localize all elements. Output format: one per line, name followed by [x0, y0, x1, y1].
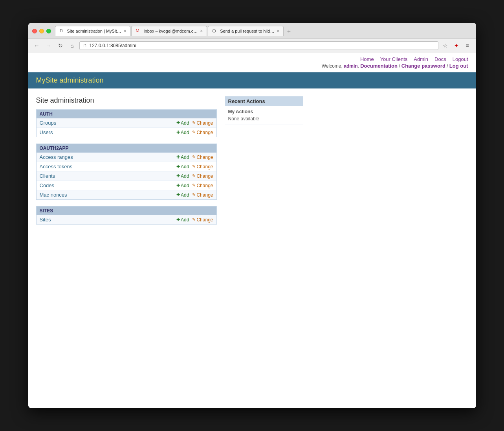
change-access-tokens-button[interactable]: ✎ Change — [192, 164, 213, 169]
site-title: MySite administration — [36, 76, 468, 85]
forward-button[interactable]: → — [44, 41, 53, 50]
row-actions-access-ranges: ✚ Add ✎ Change — [176, 155, 213, 160]
browser-tab-2[interactable]: M Inbox – kvogel@mdcom.c… × — [131, 26, 207, 36]
none-available-label: None available — [228, 116, 300, 122]
add-icon: ✚ — [176, 155, 180, 160]
admin-section-oauth2app: Oauth2App Access ranges ✚ Add ✎ Change — [36, 144, 217, 200]
user-link-documentation[interactable]: Documentation — [360, 63, 398, 69]
change-access-ranges-button[interactable]: ✎ Change — [192, 155, 213, 160]
back-button[interactable]: ← — [32, 41, 42, 50]
change-codes-button[interactable]: ✎ Change — [192, 183, 213, 188]
tab-favicon-2: M — [136, 28, 141, 34]
add-codes-button[interactable]: ✚ Add — [176, 183, 189, 188]
row-label-sites[interactable]: Sites — [40, 217, 177, 223]
admin-section-auth: Auth Groups ✚ Add ✎ Change — [36, 109, 217, 137]
table-row: Mac nonces ✚ Add ✎ Change — [37, 190, 216, 199]
add-sites-button[interactable]: ✚ Add — [176, 217, 189, 223]
tab-close-1[interactable]: × — [123, 28, 126, 34]
top-nav-links: Home Your Clients Admin Docs Logout — [360, 56, 468, 62]
tab-favicon-1: 🗋 — [59, 28, 65, 34]
row-actions-codes: ✚ Add ✎ Change — [176, 183, 213, 188]
section-header-sites: Sites — [37, 206, 216, 215]
change-icon: ✎ — [192, 155, 196, 160]
tab-title-2: Inbox – kvogel@mdcom.c… — [143, 29, 198, 33]
address-page-icon: 🗋 — [83, 43, 87, 48]
add-icon: ✚ — [176, 130, 180, 135]
row-label-codes[interactable]: Codes — [40, 182, 177, 188]
browser-toolbar: ← → ↻ ⌂ 🗋 127.0.0.1:8085/admin/ ☆ ✦ ≡ — [28, 39, 476, 53]
sep1: / — [398, 63, 401, 69]
change-mac-nonces-button[interactable]: ✎ Change — [192, 192, 213, 198]
recent-actions-panel: Recent Actions My Actions None available — [225, 96, 303, 125]
welcome-prefix: Welcome, — [322, 63, 344, 69]
menu-button[interactable]: ≡ — [463, 41, 472, 50]
new-tab-button[interactable]: + — [284, 27, 293, 36]
row-actions-sites: ✚ Add ✎ Change — [176, 217, 213, 223]
nav-link-logout[interactable]: Logout — [453, 56, 468, 62]
tab-title-3: Send a pull request to hiid… — [220, 29, 274, 33]
address-text: 127.0.0.1:8085/admin/ — [90, 43, 435, 48]
change-icon: ✎ — [192, 173, 196, 179]
browser-window: 🗋 Site administration | MySit… × M Inbox… — [28, 23, 476, 408]
add-access-tokens-button[interactable]: ✚ Add — [176, 164, 189, 169]
reload-button[interactable]: ↻ — [56, 41, 65, 50]
change-users-button[interactable]: ✎ Change — [192, 130, 213, 135]
add-groups-button[interactable]: ✚ Add — [176, 120, 189, 126]
tab-favicon-3: ⬡ — [212, 28, 218, 34]
add-users-button[interactable]: ✚ Add — [176, 130, 189, 135]
tab-close-2[interactable]: × — [200, 28, 203, 34]
home-button[interactable]: ⌂ — [68, 41, 77, 50]
row-actions-mac-nonces: ✚ Add ✎ Change — [176, 192, 213, 198]
minimize-window-button[interactable] — [39, 29, 44, 33]
bookmark-button[interactable]: ☆ — [441, 41, 450, 50]
table-row: Access ranges ✚ Add ✎ Change — [37, 153, 216, 162]
user-link-change-password[interactable]: Change password — [401, 63, 445, 69]
row-label-access-ranges[interactable]: Access ranges — [40, 154, 177, 160]
browser-tabs: 🗋 Site administration | MySit… × M Inbox… — [55, 26, 472, 36]
add-access-ranges-button[interactable]: ✚ Add — [176, 155, 189, 160]
table-row: Users ✚ Add ✎ Change — [37, 128, 216, 137]
browser-tab-1[interactable]: 🗋 Site administration | MySit… × — [55, 26, 131, 36]
close-window-button[interactable] — [32, 29, 37, 33]
my-actions-label: My Actions — [228, 109, 300, 114]
row-label-access-tokens[interactable]: Access tokens — [40, 164, 177, 169]
row-label-groups[interactable]: Groups — [40, 120, 177, 126]
section-header-oauth2app: Oauth2App — [37, 144, 216, 153]
add-mac-nonces-button[interactable]: ✚ Add — [176, 192, 189, 198]
change-groups-button[interactable]: ✎ Change — [192, 120, 213, 126]
address-bar[interactable]: 🗋 127.0.0.1:8085/admin/ — [79, 41, 438, 50]
tab-title-1: Site administration | MySit… — [67, 29, 121, 33]
row-actions-users: ✚ Add ✎ Change — [176, 130, 213, 135]
tab-close-3[interactable]: × — [277, 28, 279, 34]
nav-link-admin[interactable]: Admin — [414, 56, 428, 62]
change-sites-button[interactable]: ✎ Change — [192, 217, 213, 223]
change-icon: ✎ — [192, 120, 196, 125]
add-clients-button[interactable]: ✚ Add — [176, 173, 189, 179]
nav-link-your-clients[interactable]: Your Clients — [380, 56, 408, 62]
maximize-window-button[interactable] — [46, 29, 51, 33]
change-icon: ✎ — [192, 164, 196, 169]
row-label-users[interactable]: Users — [40, 129, 177, 135]
username-link[interactable]: admin — [344, 63, 357, 69]
browser-titlebar: 🗋 Site administration | MySit… × M Inbox… — [28, 23, 476, 39]
add-icon: ✚ — [176, 120, 180, 125]
table-row: Access tokens ✚ Add ✎ Change — [37, 162, 216, 171]
extensions-button[interactable]: ✦ — [452, 41, 461, 50]
user-link-log-out[interactable]: Log out — [449, 63, 468, 69]
add-icon: ✚ — [176, 192, 180, 197]
row-label-mac-nonces[interactable]: Mac nonces — [40, 192, 177, 198]
browser-controls: 🗋 Site administration | MySit… × M Inbox… — [32, 26, 472, 36]
row-label-clients[interactable]: Clients — [40, 173, 177, 179]
row-actions-clients: ✚ Add ✎ Change — [176, 173, 213, 179]
recent-actions-body: My Actions None available — [225, 106, 303, 125]
traffic-lights — [32, 29, 51, 33]
nav-link-home[interactable]: Home — [360, 56, 374, 62]
nav-link-docs[interactable]: Docs — [434, 56, 446, 62]
change-clients-button[interactable]: ✎ Change — [192, 173, 213, 179]
change-icon: ✎ — [192, 192, 196, 197]
browser-tab-3[interactable]: ⬡ Send a pull request to hiid… × — [208, 26, 284, 36]
table-row: Groups ✚ Add ✎ Change — [37, 118, 216, 128]
table-row: Sites ✚ Add ✎ Change — [37, 215, 216, 224]
top-nav-user: Welcome, admin. Documentation / Change p… — [322, 63, 468, 69]
change-icon: ✎ — [192, 130, 196, 135]
